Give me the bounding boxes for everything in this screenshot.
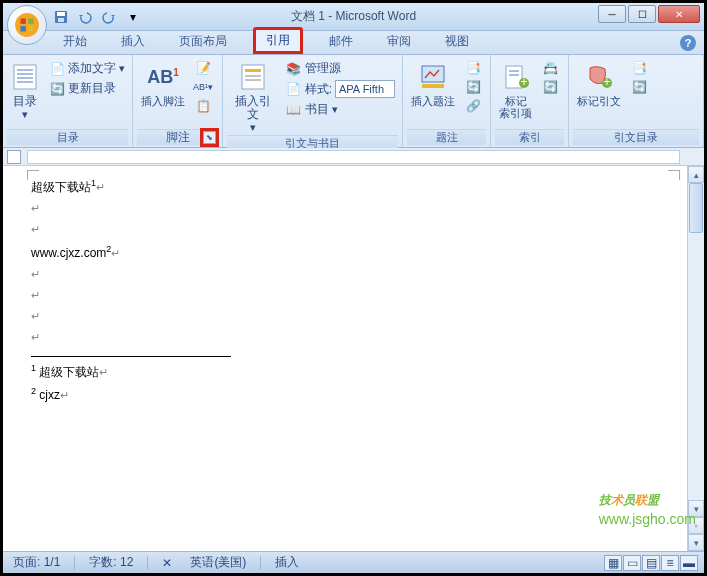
show-notes-button[interactable]: 📋 — [192, 97, 214, 115]
svg-rect-6 — [57, 12, 65, 16]
vertical-scrollbar[interactable]: ▴ ▾ ◦ ▾ — [687, 166, 704, 551]
watermark: 技术员联盟 www.jsgho.com — [599, 480, 696, 527]
insert-citation-button[interactable]: 插入引文▾ — [227, 59, 280, 135]
group-toc: 目录▾ 📄添加文字 ▾ 🔄更新目录 目录 — [3, 55, 133, 147]
insert-caption-button[interactable]: 插入题注 — [407, 59, 459, 109]
document-area[interactable]: 超级下载站1↵ ↵ ↵ www.cjxz.com2↵ ↵ ↵ ↵ ↵ 1 超级下… — [3, 166, 704, 551]
help-icon[interactable]: ? — [680, 35, 696, 51]
document-content[interactable]: 超级下载站1↵ ↵ ↵ www.cjxz.com2↵ ↵ ↵ ↵ ↵ 1 超级下… — [3, 166, 704, 417]
insert-index-button[interactable]: 📇 — [539, 59, 561, 77]
view-reading[interactable]: ▭ — [623, 555, 641, 571]
status-insert-mode[interactable]: 插入 — [271, 554, 303, 571]
tab-home[interactable]: 开始 — [55, 29, 95, 54]
group-toa: + 标记引文 📑 🔄 引文目录 — [569, 55, 704, 147]
update-toa-button[interactable]: 🔄 — [628, 78, 650, 96]
insert-endnote-button[interactable]: 📝 — [192, 59, 214, 77]
view-buttons: ▦ ▭ ▤ ≡ ▬ — [604, 555, 698, 571]
view-draft[interactable]: ▬ — [680, 555, 698, 571]
window-title: 文档 1 - Microsoft Word — [291, 8, 416, 25]
insert-footnote-button[interactable]: AB1 插入脚注 — [137, 59, 189, 109]
svg-point-0 — [15, 13, 39, 37]
qat-customize[interactable]: ▾ — [123, 7, 143, 27]
svg-rect-2 — [28, 19, 33, 24]
prev-page[interactable]: ◦ — [688, 517, 704, 534]
svg-rect-1 — [21, 19, 26, 24]
doc-line-1[interactable]: 超级下载站1↵ — [31, 176, 676, 197]
tab-references[interactable]: 引用 — [253, 27, 303, 54]
cross-ref-button[interactable]: 🔗 — [462, 97, 484, 115]
scroll-up[interactable]: ▴ — [688, 166, 704, 183]
next-page[interactable]: ▾ — [688, 534, 704, 551]
doc-line-2[interactable]: www.cjxz.com2↵ — [31, 242, 676, 263]
ruler-track[interactable] — [27, 150, 680, 164]
mark-index-button[interactable]: + 标记 索引项 — [495, 59, 536, 121]
svg-rect-18 — [422, 84, 444, 88]
svg-text:+: + — [603, 75, 610, 89]
citation-style[interactable]: 📄样式: APA Fifth — [283, 79, 398, 99]
view-print[interactable]: ▦ — [604, 555, 622, 571]
svg-rect-7 — [58, 18, 64, 22]
group-index: + 标记 索引项 📇 🔄 索引 — [491, 55, 569, 147]
group-label-toc: 目录 — [7, 129, 128, 145]
mark-citation-button[interactable]: + 标记引文 — [573, 59, 625, 109]
footnote-1[interactable]: 1 超级下载站↵ — [31, 361, 676, 382]
scroll-down[interactable]: ▾ — [688, 500, 704, 517]
tab-view[interactable]: 视图 — [437, 29, 477, 54]
toc-button[interactable]: 目录▾ — [7, 59, 43, 122]
footnote-2[interactable]: 2 cjxz↵ — [31, 384, 676, 405]
footnote-separator — [31, 356, 231, 357]
office-button[interactable] — [7, 5, 47, 45]
tab-review[interactable]: 审阅 — [379, 29, 419, 54]
footnote-dialog-launcher[interactable]: ⬊ — [203, 131, 216, 144]
statusbar: 页面: 1/1 字数: 12 ✕ 英语(美国) 插入 ▦ ▭ ▤ ≡ ▬ — [3, 551, 704, 573]
status-page[interactable]: 页面: 1/1 — [9, 554, 64, 571]
scroll-thumb[interactable] — [689, 183, 703, 233]
add-text-button[interactable]: 📄添加文字 ▾ — [46, 59, 128, 78]
view-web[interactable]: ▤ — [642, 555, 660, 571]
group-label-footnote: 脚注⬊ — [137, 129, 218, 145]
svg-rect-14 — [245, 69, 261, 72]
group-label-caption: 题注 — [407, 129, 486, 145]
group-caption: 插入题注 📑 🔄 🔗 题注 — [403, 55, 491, 147]
svg-rect-13 — [242, 65, 264, 89]
bibliography-button[interactable]: 📖书目 ▾ — [283, 100, 398, 119]
status-language[interactable]: 英语(美国) — [186, 554, 250, 571]
ruler[interactable] — [3, 148, 704, 166]
save-button[interactable] — [51, 7, 71, 27]
svg-rect-3 — [21, 26, 26, 31]
style-dropdown[interactable]: APA Fifth — [335, 80, 395, 98]
group-citation: 插入引文▾ 📚管理源 📄样式: APA Fifth 📖书目 ▾ 引文与书目 — [223, 55, 403, 147]
svg-text:+: + — [520, 75, 527, 89]
maximize-button[interactable]: ☐ — [628, 5, 656, 23]
margin-corner-tl — [27, 170, 39, 180]
tab-selector[interactable] — [7, 150, 21, 164]
ribbon-tabs: 开始 插入 页面布局 引用 邮件 审阅 视图 ? — [3, 31, 704, 55]
status-words[interactable]: 字数: 12 — [85, 554, 137, 571]
next-footnote-button[interactable]: AB¹▾ — [192, 78, 214, 96]
group-footnote: AB1 插入脚注 📝 AB¹▾ 📋 脚注⬊ — [133, 55, 223, 147]
svg-rect-4 — [28, 26, 33, 31]
group-label-toa: 引文目录 — [573, 129, 699, 145]
manage-sources-button[interactable]: 📚管理源 — [283, 59, 398, 78]
tab-page-layout[interactable]: 页面布局 — [171, 29, 235, 54]
status-proofing[interactable]: ✕ — [158, 556, 176, 570]
view-outline[interactable]: ≡ — [661, 555, 679, 571]
group-label-index: 索引 — [495, 129, 564, 145]
update-index-button[interactable]: 🔄 — [539, 78, 561, 96]
close-button[interactable]: ✕ — [658, 5, 700, 23]
insert-toa-button[interactable]: 📑 — [628, 59, 650, 77]
svg-rect-8 — [14, 65, 36, 89]
minimize-button[interactable]: ─ — [598, 5, 626, 23]
update-tof-button[interactable]: 🔄 — [462, 78, 484, 96]
margin-corner-tr — [668, 170, 680, 180]
titlebar: ▾ 文档 1 - Microsoft Word ─ ☐ ✕ — [3, 3, 704, 31]
update-toc-button[interactable]: 🔄更新目录 — [46, 79, 128, 98]
ribbon: 目录▾ 📄添加文字 ▾ 🔄更新目录 目录 AB1 插入脚注 📝 AB¹▾ 📋 — [3, 55, 704, 148]
tab-mailings[interactable]: 邮件 — [321, 29, 361, 54]
undo-button[interactable] — [75, 7, 95, 27]
insert-tof-button[interactable]: 📑 — [462, 59, 484, 77]
redo-button[interactable] — [99, 7, 119, 27]
tab-insert[interactable]: 插入 — [113, 29, 153, 54]
